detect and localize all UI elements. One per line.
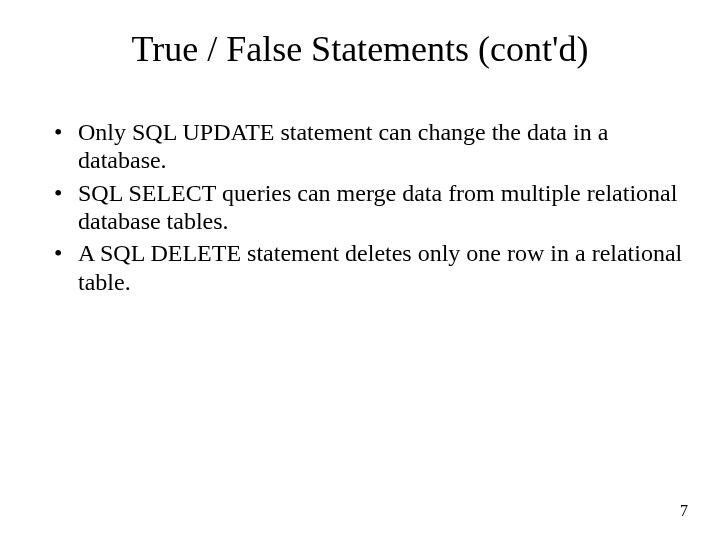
bullet-item: A SQL DELETE statement deletes only one … (52, 239, 686, 296)
page-number: 7 (680, 502, 688, 520)
slide: True / False Statements (cont'd) Only SQ… (0, 0, 720, 540)
slide-content: Only SQL UPDATE statement can change the… (34, 118, 686, 296)
bullet-item: SQL SELECT queries can merge data from m… (52, 179, 686, 236)
bullet-item: Only SQL UPDATE statement can change the… (52, 118, 686, 175)
slide-title: True / False Statements (cont'd) (34, 28, 686, 70)
bullet-list: Only SQL UPDATE statement can change the… (52, 118, 686, 296)
